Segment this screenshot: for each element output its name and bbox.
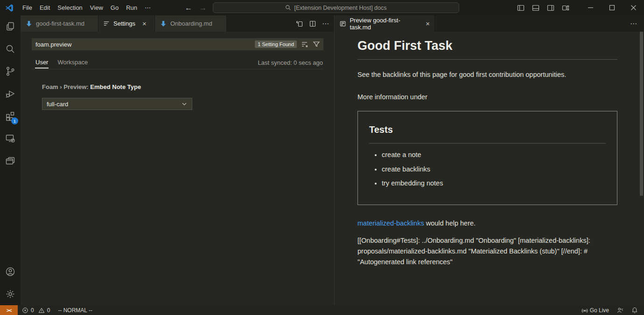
manage-button[interactable] <box>0 283 21 305</box>
more-actions-icon[interactable]: ⋯ <box>630 20 637 28</box>
error-count: 0 <box>31 307 34 314</box>
preview-heading: Good First Task <box>357 38 617 60</box>
left-tab-actions: ⋯ <box>296 15 329 32</box>
menu-item-selection[interactable]: Selection <box>54 3 86 13</box>
chevron-down-icon <box>181 101 188 107</box>
vim-mode-indicator[interactable]: -- NORMAL -- <box>58 307 92 314</box>
editor-group-right: Preview good-first-task.md × ⋯ Good Firs… <box>335 15 644 305</box>
toggle-secondary-sidebar-icon[interactable] <box>543 0 558 15</box>
settings-scope-row: User Workspace Last synced: 0 secs ago <box>32 56 323 69</box>
files-icon <box>5 21 16 32</box>
scope-tab-label: User <box>35 59 48 66</box>
windows-icon <box>5 155 16 166</box>
filter-icon[interactable] <box>313 41 320 48</box>
preview-paragraph: See the backlinks of this page for good … <box>357 69 617 80</box>
list-item: create backlinks <box>382 164 606 174</box>
activity-bar: 1 <box>0 15 21 305</box>
embedded-note-card: Tests create a note create backlinks try… <box>357 111 617 205</box>
activity-bar-bottom <box>0 260 21 305</box>
bell-icon[interactable] <box>631 307 638 314</box>
preview-content: Good First Task See the backlinks of thi… <box>357 32 617 267</box>
preview-paragraph: More information under <box>357 92 617 102</box>
run-debug-icon <box>5 88 16 99</box>
search-icon <box>285 5 291 11</box>
accounts-button[interactable] <box>0 260 21 283</box>
close-tab-icon[interactable]: × <box>142 20 147 27</box>
open-settings-json-icon[interactable] <box>296 20 303 27</box>
go-live-button[interactable]: Go Live <box>581 307 609 314</box>
activity-item-remote-explorer[interactable] <box>0 127 21 150</box>
activity-item-extensions[interactable]: 1 <box>0 105 21 127</box>
activity-item-search[interactable] <box>0 38 21 60</box>
clear-filters-icon[interactable] <box>301 41 308 48</box>
settings-editor-icon <box>103 20 110 27</box>
scope-tab-user[interactable]: User <box>32 56 52 69</box>
menu-item-edit[interactable]: Edit <box>36 3 54 13</box>
search-icon <box>5 43 16 55</box>
titlebar: File Edit Selection View Go Run ⋯ ← → [E… <box>0 0 644 15</box>
status-bar: >< 0 0 -- NORMAL -- Go Live <box>0 305 644 315</box>
left-tab-bar: good-first-task.md Settings × Onboarding… <box>21 15 334 32</box>
menu-item-file[interactable]: File <box>19 3 36 13</box>
scope-tab-workspace[interactable]: Workspace <box>54 56 91 69</box>
right-tab-actions: ⋯ <box>630 15 637 32</box>
history-nav: ← → <box>185 0 207 15</box>
account-icon <box>5 266 16 277</box>
embed-note-type-select[interactable]: full-card <box>42 98 192 110</box>
tab-label: Settings <box>113 20 135 27</box>
problems-indicator[interactable]: 0 0 <box>22 307 50 314</box>
settings-count-badge: 1 Setting Found <box>255 41 297 48</box>
remote-indicator[interactable]: >< <box>0 305 18 315</box>
embedded-note-list: create a note create backlinks try embed… <box>369 150 606 188</box>
settings-editor: 1 Setting Found User Workspace Last sync… <box>21 32 334 305</box>
setting-name: Embed Note Type <box>90 83 141 90</box>
tab-label: good-first-task.md <box>36 20 84 27</box>
back-icon[interactable]: ← <box>185 4 192 12</box>
error-icon <box>22 307 28 314</box>
menu-overflow-icon[interactable]: ⋯ <box>141 3 155 13</box>
source-control-icon <box>5 66 16 77</box>
remote-icon: >< <box>7 308 11 313</box>
setting-item-embed-note-type: Foam › Preview: Embed Note Type full-car… <box>42 83 192 110</box>
customize-layout-icon[interactable] <box>558 0 573 15</box>
activity-item-windows[interactable] <box>0 150 21 172</box>
settings-search-box: 1 Setting Found <box>32 38 323 50</box>
setting-category: Foam › Preview: <box>42 83 90 90</box>
activity-item-run-debug[interactable] <box>0 82 21 105</box>
markdown-preview: Good First Task See the backlinks of thi… <box>335 32 644 305</box>
close-tab-icon[interactable]: × <box>426 20 430 27</box>
tab-good-first-task[interactable]: good-first-task.md <box>21 15 98 32</box>
minimize-button[interactable] <box>580 0 601 15</box>
feedback-icon[interactable] <box>616 307 624 314</box>
markdown-file-icon <box>25 20 33 27</box>
forward-icon: → <box>199 4 207 12</box>
link-suffix-text: would help here. <box>424 219 476 227</box>
go-live-label: Go Live <box>590 307 609 314</box>
tab-preview-good-first-task[interactable]: Preview good-first-task.md × <box>335 15 435 32</box>
tab-onboarding[interactable]: Onboarding.md <box>155 15 227 32</box>
embedded-note-title: Tests <box>369 123 606 144</box>
activity-item-explorer[interactable] <box>0 15 21 38</box>
editor-group-sash[interactable] <box>334 15 335 305</box>
toggle-panel-icon[interactable] <box>528 0 543 15</box>
menu-item-view[interactable]: View <box>86 3 107 13</box>
warning-icon <box>38 307 45 314</box>
maximize-button[interactable] <box>601 0 623 15</box>
menu-item-run[interactable]: Run <box>122 3 141 13</box>
preview-scrollbar-thumb[interactable] <box>640 32 643 196</box>
materialized-backlinks-link[interactable]: materialized-backlinks <box>357 219 424 227</box>
activity-item-source-control[interactable] <box>0 60 21 82</box>
toggle-primary-sidebar-icon[interactable] <box>513 0 528 15</box>
command-center-search[interactable]: [Extension Development Host] docs <box>213 2 459 13</box>
markdown-file-icon <box>160 20 167 27</box>
setting-title: Foam › Preview: Embed Note Type <box>42 83 192 90</box>
tab-label: Onboarding.md <box>170 20 212 27</box>
window-controls <box>513 0 644 15</box>
tab-settings[interactable]: Settings × <box>98 15 155 32</box>
close-window-button[interactable] <box>623 0 644 15</box>
scope-tab-label: Workspace <box>57 59 88 66</box>
menu-item-go[interactable]: Go <box>107 3 122 13</box>
split-editor-icon[interactable] <box>309 20 316 27</box>
settings-search-input[interactable] <box>32 38 255 50</box>
more-actions-icon[interactable]: ⋯ <box>322 20 329 28</box>
